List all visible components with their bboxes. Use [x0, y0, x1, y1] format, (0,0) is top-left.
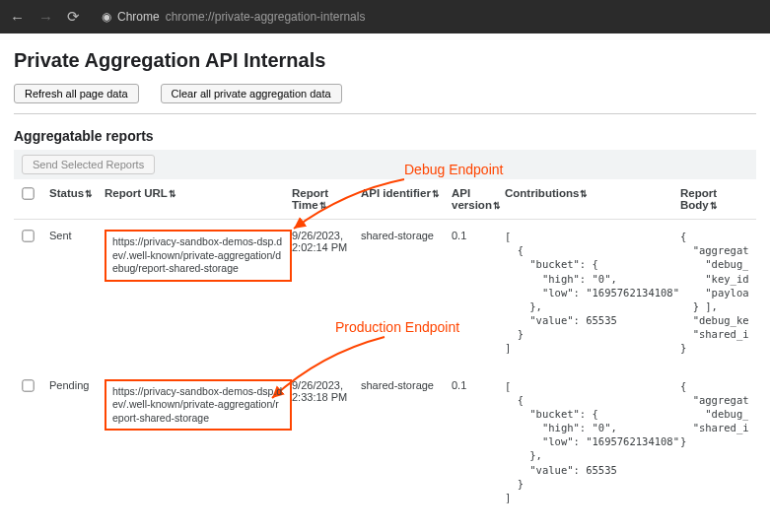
row-checkbox[interactable] — [22, 230, 34, 241]
refresh-button[interactable]: Refresh all page data — [14, 84, 139, 103]
chrome-logo-icon: ◉ — [102, 10, 111, 24]
table-row: Pending https://privacy-sandbox-demos-ds… — [14, 369, 756, 519]
address-bar[interactable]: ◉ Chrome chrome://private-aggregation-in… — [102, 10, 365, 24]
cell-version: 0.1 — [452, 379, 505, 391]
header-url[interactable]: Report URL⇅ — [105, 187, 292, 199]
send-selected-button[interactable]: Send Selected Reports — [22, 155, 155, 174]
sort-icon: ⇅ — [493, 201, 501, 211]
browser-name: Chrome — [117, 10, 160, 24]
header-body[interactable]: Report Body⇅ — [680, 187, 748, 211]
cell-url: https://privacy-sandbox-demos-dsp.dev/.w… — [105, 379, 292, 432]
sort-icon: ⇅ — [85, 189, 93, 199]
table-header: Status⇅ Report URL⇅ Report Time⇅ API ide… — [14, 179, 756, 220]
table-row: Sent https://privacy-sandbox-demos-dsp.d… — [14, 220, 756, 369]
cell-time: 9/26/2023, 2:02:14 PM — [292, 230, 361, 253]
cell-status: Sent — [49, 230, 105, 241]
sort-icon: ⇅ — [169, 189, 176, 199]
sort-icon: ⇅ — [432, 189, 440, 199]
url-text: chrome://private-aggregation-internals — [166, 10, 366, 24]
cell-time: 9/26/2023, 2:33:18 PM — [292, 379, 361, 403]
row-checkbox[interactable] — [22, 379, 34, 391]
section-title: Aggregatable reports — [14, 128, 756, 144]
forward-icon: → — [38, 9, 53, 26]
divider — [14, 113, 756, 114]
back-icon[interactable]: ← — [10, 9, 25, 26]
header-time[interactable]: Report Time⇅ — [292, 187, 361, 211]
table-toolbar: Send Selected Reports — [14, 150, 756, 179]
header-api[interactable]: API identifier⇅ — [361, 187, 452, 199]
clear-data-button[interactable]: Clear all private aggregation data — [161, 84, 342, 103]
browser-toolbar: ← → ⟳ ◉ Chrome chrome://private-aggregat… — [0, 0, 770, 33]
cell-api: shared-storage — [361, 379, 452, 391]
action-button-row: Refresh all page data Clear all private … — [14, 84, 756, 103]
cell-contributions: [ { "bucket": { "high": "0", "low": "169… — [505, 230, 680, 356]
cell-version: 0.1 — [452, 230, 505, 241]
cell-contributions: [ { "bucket": { "high": "0", "low": "169… — [505, 379, 680, 505]
reload-icon[interactable]: ⟳ — [67, 8, 80, 26]
sort-icon: ⇅ — [319, 201, 327, 211]
page-title: Private Aggregation API Internals — [14, 49, 756, 72]
header-contributions[interactable]: Contributions⇅ — [505, 187, 680, 199]
cell-api: shared-storage — [361, 230, 452, 241]
header-version[interactable]: API version⇅ — [452, 187, 505, 211]
sort-icon: ⇅ — [710, 201, 718, 211]
select-all-checkbox[interactable] — [22, 187, 34, 199]
cell-url: https://privacy-sandbox-demos-dsp.dev/.w… — [105, 230, 292, 282]
header-status[interactable]: Status⇅ — [49, 187, 105, 199]
page-body: Private Aggregation API Internals Refres… — [0, 33, 770, 528]
cell-body: { "aggregatio "debug_c "key_id" "payloac… — [680, 230, 748, 356]
sort-icon: ⇅ — [580, 189, 588, 199]
cell-status: Pending — [49, 379, 105, 391]
cell-body: { "aggregatio "debug_key" "shared_inf } — [680, 379, 748, 449]
